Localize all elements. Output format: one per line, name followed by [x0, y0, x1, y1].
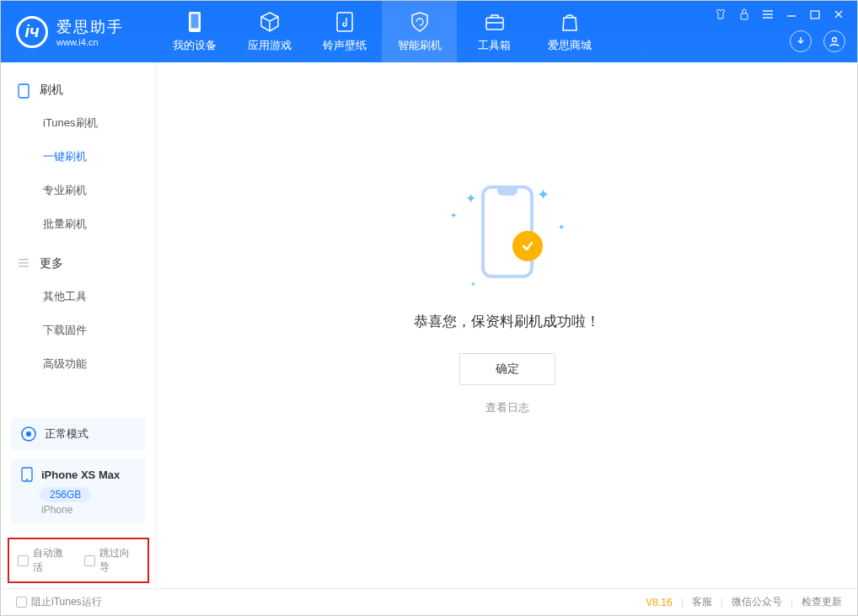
user-button[interactable] — [823, 30, 845, 52]
mode-icon — [21, 426, 36, 442]
svg-rect-4 — [741, 13, 748, 19]
close-button[interactable] — [832, 8, 845, 21]
lock-icon[interactable] — [737, 8, 751, 21]
checkbox-icon — [16, 597, 27, 608]
tab-ringtone-wallpaper[interactable]: 铃声壁纸 — [307, 1, 382, 62]
sidebar-item-itunes-flash[interactable]: iTunes刷机 — [1, 106, 156, 140]
bag-icon — [559, 11, 581, 33]
sidebar-item-batch-flash[interactable]: 批量刷机 — [1, 207, 156, 241]
svg-rect-1 — [190, 13, 199, 29]
main-content: ✦ ✦ ✦ ✦ ✦ 恭喜您，保资料刷机成功啦！ 确定 查看日志 — [157, 62, 857, 588]
briefcase-icon — [484, 11, 506, 33]
list-icon — [18, 257, 31, 271]
sidebar-item-download-firmware[interactable]: 下载固件 — [1, 313, 156, 347]
svg-rect-9 — [811, 11, 819, 19]
shield-refresh-icon — [409, 11, 431, 33]
tshirt-icon[interactable] — [714, 8, 727, 21]
brand-name: 爱思助手 — [56, 17, 124, 37]
logo-area[interactable]: iч 爱思助手 www.i4.cn — [1, 16, 157, 48]
body-area: 刷机 iTunes刷机 一键刷机 专业刷机 批量刷机 更多 其他工具 下载固件 … — [1, 62, 857, 588]
tab-toolbox[interactable]: 工具箱 — [457, 1, 532, 62]
ok-button[interactable]: 确定 — [459, 353, 555, 385]
success-message: 恭喜您，保资料刷机成功啦！ — [414, 312, 600, 331]
brand-url: www.i4.cn — [56, 37, 124, 47]
sidebar-header-flash[interactable]: 刷机 — [1, 74, 156, 106]
svg-rect-13 — [19, 84, 29, 98]
checkbox-icon — [84, 555, 95, 566]
sparkle-icon: ✦ — [558, 222, 565, 232]
minimize-button[interactable] — [785, 8, 798, 21]
maximize-button[interactable] — [808, 8, 822, 21]
capacity-badge: 256GB — [40, 487, 91, 502]
menu-icon[interactable] — [761, 8, 775, 21]
statusbar: 阻止iTunes运行 V8.16 | 客服 | 微信公众号 | 检查更新 — [1, 588, 857, 615]
option-block-itunes[interactable]: 阻止iTunes运行 — [16, 595, 102, 609]
sidebar: 刷机 iTunes刷机 一键刷机 专业刷机 批量刷机 更多 其他工具 下载固件 … — [1, 62, 157, 588]
tab-app-games[interactable]: 应用游戏 — [232, 1, 307, 62]
svg-point-18 — [26, 431, 31, 437]
device-card-icon — [21, 467, 35, 482]
music-note-icon — [334, 11, 356, 33]
sidebar-item-oneclick-flash[interactable]: 一键刷机 — [1, 140, 156, 174]
svg-rect-2 — [337, 13, 352, 31]
tab-store[interactable]: 爱思商城 — [532, 1, 607, 62]
svg-point-20 — [26, 479, 28, 480]
checkmark-badge-icon — [512, 231, 543, 261]
download-button[interactable] — [790, 30, 812, 52]
device-type: iPhone — [41, 504, 136, 516]
sparkle-icon: ✦ — [537, 185, 550, 204]
titlebar: iч 爱思助手 www.i4.cn 我的设备 应用游戏 铃声壁纸 智能刷机 工具… — [1, 1, 857, 62]
mode-label: 正常模式 — [45, 426, 88, 442]
logo-icon: iч — [16, 16, 48, 48]
sparkle-icon: ✦ — [450, 211, 457, 220]
support-link[interactable]: 客服 — [692, 595, 712, 609]
cube-icon — [259, 11, 281, 33]
wechat-link[interactable]: 微信公众号 — [732, 595, 782, 609]
window-controls — [714, 1, 857, 62]
sidebar-group-more: 更多 其他工具 下载固件 高级功能 — [1, 248, 156, 388]
sparkle-icon: ✦ — [470, 281, 476, 288]
option-skip-guide[interactable]: 跳过向导 — [84, 546, 139, 575]
options-highlight-box: 自动激活 跳过向导 — [8, 538, 149, 583]
version-label: V8.16 — [646, 597, 672, 608]
mode-card[interactable]: 正常模式 — [11, 418, 146, 450]
sidebar-item-other-tools[interactable]: 其他工具 — [1, 280, 156, 313]
sidebar-header-more[interactable]: 更多 — [1, 248, 156, 280]
nav-tabs: 我的设备 应用游戏 铃声壁纸 智能刷机 工具箱 爱思商城 — [157, 1, 607, 62]
svg-rect-3 — [486, 18, 503, 29]
sidebar-item-advanced[interactable]: 高级功能 — [1, 347, 156, 381]
sidebar-item-pro-flash[interactable]: 专业刷机 — [1, 174, 156, 207]
success-illustration: ✦ ✦ ✦ ✦ ✦ — [440, 185, 575, 295]
svg-point-12 — [833, 38, 837, 42]
sparkle-icon: ✦ — [465, 190, 476, 206]
sidebar-group-flash: 刷机 iTunes刷机 一键刷机 专业刷机 批量刷机 — [1, 74, 156, 248]
tab-my-device[interactable]: 我的设备 — [157, 1, 232, 62]
check-update-link[interactable]: 检查更新 — [802, 595, 842, 609]
phone-icon — [184, 11, 206, 33]
device-small-icon — [18, 83, 31, 97]
device-name: iPhone XS Max — [41, 469, 120, 481]
option-auto-activate[interactable]: 自动激活 — [18, 546, 72, 575]
checkbox-icon — [18, 555, 29, 566]
tab-smart-flash[interactable]: 智能刷机 — [382, 1, 457, 62]
device-card[interactable]: iPhone XS Max 256GB iPhone — [11, 458, 146, 524]
view-log-link[interactable]: 查看日志 — [485, 400, 529, 415]
